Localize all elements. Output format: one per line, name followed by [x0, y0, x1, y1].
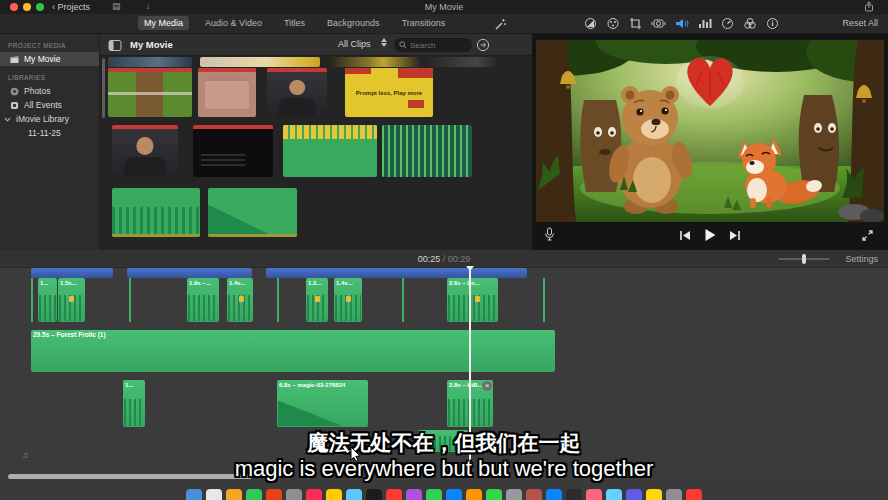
title-clip[interactable]: [266, 268, 527, 278]
media-thumbnail-video[interactable]: [193, 125, 273, 177]
media-thumbnail[interactable]: [200, 57, 320, 67]
dock-app-icon[interactable]: [186, 489, 202, 500]
timecode-bar: 00:25 / 00:29 Settings: [0, 250, 888, 268]
dock-app-icon[interactable]: [566, 489, 582, 500]
browser-scrollbar[interactable]: [102, 58, 105, 118]
tab-transitions[interactable]: Transitions: [396, 16, 452, 30]
search-field[interactable]: [394, 38, 472, 52]
clip-label: 6.8s – magic-03-276824: [277, 380, 368, 389]
media-thumbnail-audio[interactable]: [208, 188, 297, 237]
dock-app-icon[interactable]: [486, 489, 502, 500]
media-thumbnail[interactable]: [428, 57, 498, 67]
viewer: [532, 34, 888, 250]
dock-app-icon[interactable]: [426, 489, 442, 500]
timeline-clip[interactable]: 1.4s...: [334, 278, 362, 322]
dock-app-icon[interactable]: [606, 489, 622, 500]
media-thumbnail[interactable]: [108, 57, 192, 67]
dock-app-icon[interactable]: [246, 489, 262, 500]
noise-reduction-icon[interactable]: [698, 17, 712, 30]
sidebar-item-my-movie[interactable]: My Movie: [0, 52, 99, 66]
dock-app-icon[interactable]: [686, 489, 702, 500]
slider-knob[interactable]: [802, 254, 806, 264]
share-icon[interactable]: [864, 1, 874, 14]
dock-app-icon[interactable]: [386, 489, 402, 500]
timeline-zoom-slider[interactable]: [778, 258, 830, 260]
sidebar-item-imovie-library[interactable]: iMovie Library: [0, 112, 99, 126]
clapperboard-icon: [10, 55, 19, 64]
skip-forward-icon[interactable]: [729, 230, 741, 241]
dock-app-icon[interactable]: [326, 489, 342, 500]
tab-strip: My Media Audio & Video Titles Background…: [0, 14, 888, 34]
volume-icon[interactable]: [675, 17, 689, 30]
media-thumbnail-video[interactable]: [198, 68, 256, 117]
dock-app-icon[interactable]: [346, 489, 362, 500]
media-thumbnail-video[interactable]: [267, 68, 327, 117]
sidebar-item-label: Photos: [24, 86, 50, 96]
sidebar-item-photos[interactable]: Photos: [0, 84, 99, 98]
dock-app-icon[interactable]: [466, 489, 482, 500]
color-correction-icon[interactable]: [606, 17, 620, 30]
clip-size-icon[interactable]: [476, 38, 490, 56]
dock-app-icon[interactable]: [286, 489, 302, 500]
sidebar-item-event-date[interactable]: 11-11-25: [0, 126, 99, 140]
titlebar: ‹ Projects ▤ ↓ My Movie: [0, 0, 888, 14]
clip-label: 1.2...: [306, 278, 328, 287]
tab-titles[interactable]: Titles: [278, 16, 311, 30]
music-clip[interactable]: 29.5s – Forest Frolic (1): [31, 330, 555, 372]
reset-all-button[interactable]: Reset All: [842, 18, 878, 28]
timeline-clip[interactable]: 1.9s –...: [187, 278, 219, 322]
stabilization-icon[interactable]: [651, 17, 666, 30]
sidebar-toggle-icon[interactable]: [108, 38, 122, 56]
filter-stepper-icon[interactable]: [381, 38, 387, 47]
dock-app-icon[interactable]: [586, 489, 602, 500]
media-thumbnail-audio[interactable]: [112, 188, 200, 237]
timeline-clip[interactable]: 1.2...: [306, 278, 328, 322]
speed-icon[interactable]: [721, 17, 734, 30]
dock-app-icon[interactable]: [626, 489, 642, 500]
tab-my-media[interactable]: My Media: [138, 16, 189, 30]
dock-app-icon[interactable]: [306, 489, 322, 500]
settings-button[interactable]: Settings: [845, 254, 878, 264]
timeline-clip[interactable]: 1.4s...: [227, 278, 253, 322]
fullscreen-icon[interactable]: [861, 228, 874, 246]
all-clips-filter[interactable]: All Clips: [338, 39, 371, 49]
media-thumbnail-video[interactable]: Prompt less, Play more: [345, 68, 433, 117]
dock-app-icon[interactable]: [266, 489, 282, 500]
auto-enhance-icon[interactable]: [494, 18, 507, 31]
tab-audio-video[interactable]: Audio & Video: [199, 16, 268, 30]
timeline-clip[interactable]: 1...: [38, 278, 57, 322]
dock-app-icon[interactable]: [646, 489, 662, 500]
skip-back-icon[interactable]: [679, 230, 691, 241]
timeline-clip[interactable]: 1.5s...: [58, 278, 85, 322]
dock-app-icon[interactable]: [206, 489, 222, 500]
tab-backgrounds[interactable]: Backgrounds: [321, 16, 386, 30]
color-balance-icon[interactable]: [584, 17, 597, 30]
dock-app-icon[interactable]: [506, 489, 522, 500]
media-thumbnail-video[interactable]: [108, 68, 192, 117]
dock-app-icon[interactable]: [366, 489, 382, 500]
dock-app-icon[interactable]: [446, 489, 462, 500]
sidebar-item-all-events[interactable]: All Events: [0, 98, 99, 112]
timeline-clip[interactable]: 6.8s – magic-03-276824: [277, 380, 368, 427]
play-icon[interactable]: [703, 228, 717, 242]
dock-app-icon[interactable]: [406, 489, 422, 500]
record-voiceover-icon[interactable]: [544, 227, 555, 246]
search-input[interactable]: [410, 41, 467, 50]
dock-app-icon[interactable]: [226, 489, 242, 500]
title-clip[interactable]: [127, 268, 252, 278]
media-thumbnail-audio[interactable]: [283, 125, 377, 177]
media-thumbnail-video[interactable]: [112, 125, 178, 177]
media-thumbnail[interactable]: [328, 57, 420, 67]
title-clip[interactable]: [31, 268, 113, 278]
dock-app-icon[interactable]: [526, 489, 542, 500]
clip-filter-icon[interactable]: [743, 17, 757, 30]
timeline-clip[interactable]: 2.6s – Lo...: [447, 278, 498, 322]
dock-app-icon[interactable]: [666, 489, 682, 500]
dock-app-icon[interactable]: [546, 489, 562, 500]
info-icon[interactable]: [766, 17, 779, 30]
media-thumbnail-audio[interactable]: [382, 125, 472, 177]
crop-icon[interactable]: [629, 17, 642, 30]
adjust-toolbar: [584, 17, 779, 30]
remove-clip-button[interactable]: ×: [482, 381, 492, 391]
timeline-clip[interactable]: 1...: [123, 380, 145, 427]
